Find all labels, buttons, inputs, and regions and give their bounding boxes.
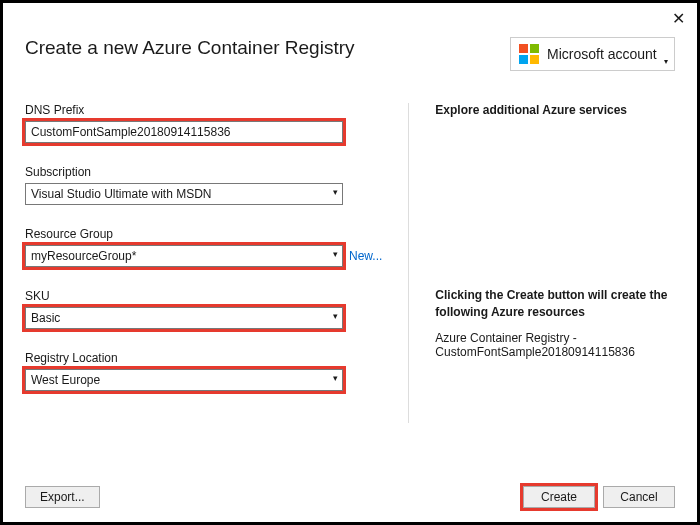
cancel-button[interactable]: Cancel — [603, 486, 675, 508]
chevron-down-icon: ▾ — [333, 373, 338, 383]
new-resource-group-link[interactable]: New... — [349, 249, 382, 263]
microsoft-logo-icon — [519, 44, 539, 64]
header: Create a new Azure Container Registry Mi… — [3, 3, 697, 71]
chevron-down-icon: ▾ — [333, 249, 338, 259]
sku-select[interactable]: Basic ▾ — [25, 307, 343, 329]
resource-group-value: myResourceGroup* — [31, 249, 136, 263]
chevron-down-icon: ▾ — [664, 57, 668, 66]
chevron-down-icon: ▾ — [333, 311, 338, 321]
body: DNS Prefix CustomFontSample2018091411583… — [3, 71, 697, 423]
form-left: DNS Prefix CustomFontSample2018091411583… — [25, 103, 382, 423]
account-label: Microsoft account — [547, 46, 657, 62]
registry-location-select[interactable]: West Europe ▾ — [25, 369, 343, 391]
explore-services-title: Explore additional Azure services — [435, 103, 675, 117]
sku-label: SKU — [25, 289, 382, 303]
right-panel: Explore additional Azure services Clicki… — [408, 103, 675, 423]
dns-prefix-label: DNS Prefix — [25, 103, 382, 117]
create-resources-title: Clicking the Create button will create t… — [435, 287, 675, 321]
dns-prefix-input[interactable]: CustomFontSample20180914115836 — [25, 121, 343, 143]
create-button[interactable]: Create — [523, 486, 595, 508]
page-title: Create a new Azure Container Registry — [25, 37, 355, 59]
account-selector[interactable]: Microsoft account ▾ — [510, 37, 675, 71]
export-button[interactable]: Export... — [25, 486, 100, 508]
dns-prefix-value: CustomFontSample20180914115836 — [31, 125, 230, 139]
resource-group-label: Resource Group — [25, 227, 382, 241]
subscription-label: Subscription — [25, 165, 382, 179]
registry-location-label: Registry Location — [25, 351, 382, 365]
chevron-down-icon: ▾ — [333, 187, 338, 197]
resource-line: Azure Container Registry - CustomFontSam… — [435, 331, 675, 359]
subscription-value: Visual Studio Ultimate with MSDN — [31, 187, 212, 201]
footer: Export... Create Cancel — [25, 486, 675, 508]
close-icon[interactable]: ✕ — [672, 9, 685, 28]
registry-location-value: West Europe — [31, 373, 100, 387]
dialog-window: ✕ Create a new Azure Container Registry … — [0, 0, 700, 525]
subscription-select[interactable]: Visual Studio Ultimate with MSDN ▾ — [25, 183, 343, 205]
resource-group-select[interactable]: myResourceGroup* ▾ — [25, 245, 343, 267]
sku-value: Basic — [31, 311, 60, 325]
